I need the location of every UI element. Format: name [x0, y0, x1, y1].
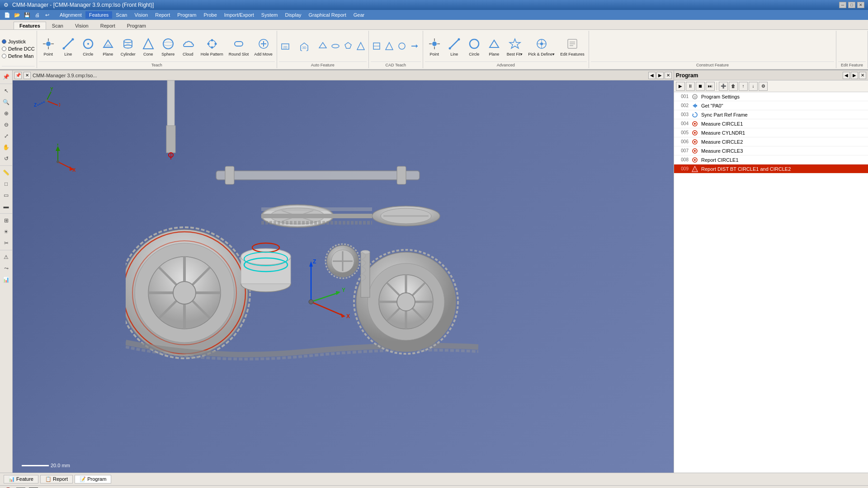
menu-vision[interactable]: Vision	[131, 11, 151, 19]
hole-pattern-button[interactable]: Hole Pattern	[198, 33, 226, 60]
prog-play-button[interactable]: ▶	[676, 82, 685, 91]
new-button[interactable]: 📄	[3, 10, 12, 19]
menu-report[interactable]: Report	[151, 11, 174, 19]
cad-btn3[interactable]	[396, 41, 408, 52]
circle-button[interactable]: Circle	[79, 33, 98, 60]
round-slot-button[interactable]: Round Slot	[226, 33, 251, 60]
restore-button[interactable]: □	[848, 2, 855, 8]
menu-features[interactable]: Features	[85, 11, 112, 19]
cad-btn4[interactable]	[409, 41, 420, 52]
menu-alignment[interactable]: Alignment	[56, 11, 85, 19]
af-btn4[interactable]	[355, 41, 367, 52]
zoom-in-tool[interactable]: ⊕	[1, 108, 12, 119]
zoom-fit-tool[interactable]: ⤢	[1, 131, 12, 141]
program-row-009[interactable]: 009 ! Report DIST BT CIRCLE1 and CIRCLE2	[674, 164, 868, 174]
joystick-radio[interactable]: Joystick	[2, 38, 26, 45]
front-view-tool[interactable]: □	[1, 178, 12, 189]
adv-point-button[interactable]: Point	[425, 33, 444, 60]
3d-button[interactable]: 3D	[298, 41, 316, 52]
zoom-window-tool[interactable]: 🔍	[1, 97, 12, 108]
program-row-006[interactable]: 006 Measure CIRCLE2	[674, 137, 868, 146]
light-tool[interactable]: ☀	[1, 226, 12, 237]
right-panel-expand-right[interactable]: ▶	[851, 72, 858, 79]
program-row-001[interactable]: 001 ⚙ Program Settings	[674, 92, 868, 101]
menu-system[interactable]: System	[258, 11, 282, 19]
adv-plane-button[interactable]: Plane	[485, 33, 504, 60]
viewport-3d[interactable]: X Y Z	[13, 80, 674, 473]
minimize-button[interactable]: ─	[839, 2, 846, 8]
tab-teach[interactable]	[2, 27, 14, 29]
prog-move-down-button[interactable]: ↓	[749, 82, 758, 91]
program-row-003[interactable]: 003 Sync Part Ref Frame	[674, 110, 868, 119]
panel-collapse-button[interactable]: ▶	[656, 72, 664, 79]
cad-btn1[interactable]	[371, 41, 382, 52]
cylinder-button[interactable]: Cylinder	[118, 33, 138, 60]
pin-button[interactable]: 📌	[1, 71, 12, 82]
top-view-tool[interactable]: ▭	[1, 190, 12, 201]
2d-button[interactable]: 2D	[279, 41, 297, 52]
sphere-button[interactable]: Sphere	[159, 33, 178, 60]
tab-report[interactable]: 📋 Report	[40, 475, 73, 483]
path-tool[interactable]: ⤳	[1, 263, 12, 274]
program-row-005[interactable]: 005 Measure CYLNDR1	[674, 128, 868, 137]
af-btn1[interactable]	[317, 41, 329, 52]
side-view-tool[interactable]: ▬	[1, 201, 12, 212]
pan-tool[interactable]: ✋	[1, 142, 12, 153]
prog-add-button[interactable]: ➕	[719, 82, 728, 91]
program-row-008[interactable]: 008 Report CIRCLE1	[674, 155, 868, 164]
report-tool[interactable]: 📊	[1, 274, 12, 285]
menu-scan[interactable]: Scan	[112, 11, 131, 19]
zoom-out-tool[interactable]: ⊖	[1, 119, 12, 130]
prog-stop-button[interactable]: ⏹	[696, 82, 705, 91]
select-tool[interactable]: ↖	[1, 85, 12, 96]
prog-pause-button[interactable]: ⏸	[686, 82, 695, 91]
line-button[interactable]: Line	[59, 33, 78, 60]
cone-button[interactable]: Cone	[139, 33, 158, 60]
prog-settings-button[interactable]: ⚙	[759, 82, 768, 91]
save-button[interactable]: 💾	[23, 10, 32, 19]
adv-line-button[interactable]: Line	[445, 33, 464, 60]
tab-vision[interactable]: Vision	[69, 22, 94, 29]
tab-scan[interactable]: Scan	[46, 22, 69, 29]
prog-step-button[interactable]: ⏭	[706, 82, 715, 91]
program-row-004[interactable]: 004 Measure CIRCLE1	[674, 119, 868, 128]
panel-expand-button[interactable]: ◀	[648, 72, 656, 79]
prog-move-up-button[interactable]: ↑	[739, 82, 748, 91]
af-btn3[interactable]	[342, 41, 354, 52]
open-button[interactable]: 📂	[13, 10, 22, 19]
cloud-button[interactable]: Cloud	[179, 33, 198, 60]
right-panel-close[interactable]: ✕	[859, 72, 866, 79]
print-button[interactable]: 🖨	[33, 10, 42, 19]
program-row-007[interactable]: 007 Measure CIRCLE3	[674, 146, 868, 155]
undo-button[interactable]: ↩	[42, 10, 52, 19]
menu-gear[interactable]: Gear	[350, 11, 368, 19]
pick-define-button[interactable]: Pick & Define▾	[526, 33, 557, 60]
tab-features[interactable]: Features	[14, 22, 46, 29]
right-panel-expand-left[interactable]: ◀	[843, 72, 850, 79]
add-move-button[interactable]: Add Move	[252, 33, 275, 60]
section-tool[interactable]: ✂	[1, 238, 12, 249]
menu-import-export[interactable]: Import/Export	[221, 11, 258, 19]
grid-tool[interactable]: ⊞	[1, 215, 12, 226]
program-row-002[interactable]: 002 Get "PA0"	[674, 101, 868, 110]
close-button[interactable]: ✕	[857, 2, 864, 8]
tab-feature[interactable]: 📊 Feature	[4, 475, 38, 483]
point-button[interactable]: Point	[39, 33, 58, 60]
define-man-radio[interactable]: Define Man	[2, 53, 33, 59]
af-btn2[interactable]	[330, 41, 341, 52]
tab-report[interactable]: Report	[94, 22, 121, 29]
edit-features-button[interactable]: Edit Features	[558, 33, 587, 60]
adv-circle-button[interactable]: Circle	[465, 33, 484, 60]
tab-program[interactable]: Program	[121, 22, 152, 29]
rotate-tool[interactable]: ↺	[1, 153, 12, 164]
cad-btn2[interactable]	[383, 41, 395, 52]
panel-float-button[interactable]: ✕	[665, 72, 672, 79]
measure-tool[interactable]: 📏	[1, 167, 12, 178]
plane-button[interactable]: Plane	[99, 33, 118, 60]
panel-close-button[interactable]: ✕	[24, 72, 31, 79]
prog-delete-button[interactable]: 🗑	[729, 82, 738, 91]
tab-program[interactable]: 📝 Program	[75, 475, 111, 483]
best-fit-button[interactable]: Best Fit▾	[505, 33, 525, 60]
define-dcc-radio[interactable]: Define DCC	[2, 46, 35, 52]
menu-probe[interactable]: Probe	[200, 11, 220, 19]
